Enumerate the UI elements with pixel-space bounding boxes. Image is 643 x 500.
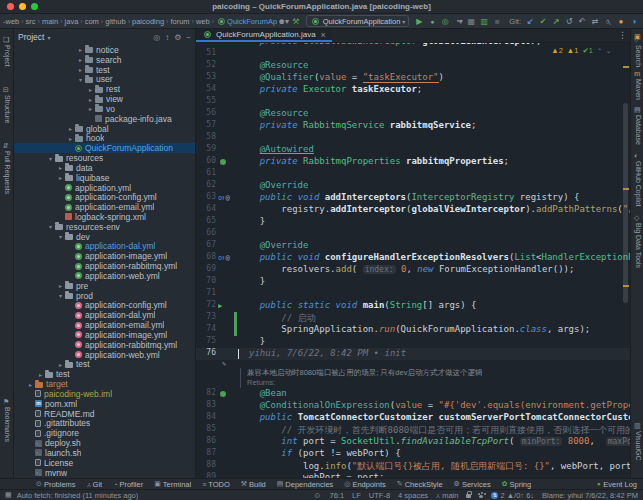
line-number[interactable]: 85: [196, 424, 218, 436]
spring-bean-gutter-icon[interactable]: [220, 159, 226, 165]
tree-item-application-rabbitmq-yml[interactable]: application-rabbitmq.yml: [14, 340, 195, 350]
chevron-collapsed-icon[interactable]: ▸: [86, 86, 95, 93]
annotation-gutter-icon[interactable]: @: [225, 254, 229, 262]
override-gutter-icon[interactable]: o↑: [218, 194, 224, 202]
tree-item-package-info-java[interactable]: package-info.java: [14, 114, 195, 124]
tree-item-application-rabbitmq-yml[interactable]: application-rabbitmq.yml: [14, 261, 195, 271]
code-text[interactable]: @Override: [234, 180, 630, 192]
line-number[interactable]: 52: [196, 60, 218, 72]
tree-item-target[interactable]: ▸target: [14, 379, 195, 389]
code-text[interactable]: log.info("默认端口号{}被占用, 随机启用新端口号: {}", web…: [234, 460, 630, 472]
line-number[interactable]: 89: [196, 472, 218, 478]
code-text[interactable]: if (port != webPort) {: [234, 448, 630, 460]
code-text[interactable]: [234, 288, 630, 300]
chevron-collapsed-icon[interactable]: ▸: [76, 66, 85, 73]
chevron-collapsed-icon[interactable]: ▸: [36, 371, 45, 378]
line-number[interactable]: 56: [196, 108, 218, 120]
line-number[interactable]: 53: [196, 72, 218, 84]
breadcrumb-item-java[interactable]: java: [65, 17, 79, 26]
tree-item-mvnw-cmd[interactable]: mvnw.cmd: [14, 477, 195, 478]
rollback-icon[interactable]: [576, 17, 588, 26]
run-gutter-icon[interactable]: ▶: [218, 302, 222, 310]
breadcrumb-item-main[interactable]: main: [42, 17, 58, 26]
tree-item-gitattributes[interactable]: .gitattributes: [14, 418, 195, 428]
git-update-icon[interactable]: [524, 17, 536, 26]
toolwindow-stripe-pull-requests[interactable]: Pull Requests: [0, 151, 13, 221]
tree-item-resources[interactable]: ▾resources: [14, 153, 195, 163]
stop-icon[interactable]: [491, 17, 503, 26]
editor-scrollbar[interactable]: [622, 43, 630, 478]
indent-setting[interactable]: 4 spaces: [398, 491, 428, 500]
incoming-outgoing-commits[interactable]: 2 ▲/0↑ 6↓: [491, 491, 534, 500]
tree-item-search[interactable]: ▸search: [14, 55, 195, 65]
tree-item-application-dal-yml[interactable]: application-dal.yml: [14, 242, 195, 252]
chevron-collapsed-icon[interactable]: ▸: [56, 361, 65, 368]
line-number[interactable]: 63: [196, 192, 218, 204]
toolwindow-spring[interactable]: Spring: [502, 480, 532, 489]
code-text[interactable]: webPort = port;: [234, 472, 630, 478]
code-text[interactable]: }: [234, 276, 630, 288]
chevron-expanded-icon[interactable]: ▾: [76, 76, 85, 83]
warning-stripe-mark[interactable]: [623, 66, 629, 68]
profiler-dropdown-icon[interactable]: [452, 17, 464, 26]
toolwindow-problems[interactable]: Problems: [36, 480, 76, 489]
code-text[interactable]: [234, 132, 630, 144]
line-number[interactable]: 62: [196, 180, 218, 192]
project-panel-title[interactable]: Project: [18, 32, 44, 42]
tree-item-gitignore[interactable]: .gitignore: [14, 428, 195, 438]
code-text[interactable]: resolvers.add( index: 0, new ForumExcept…: [234, 264, 630, 276]
tree-item-application-config-yml[interactable]: application-config.yml: [14, 301, 195, 311]
line-number[interactable]: 65: [196, 216, 218, 228]
override-gutter-icon[interactable]: o↑: [218, 254, 224, 262]
warning-stripe-mark[interactable]: [623, 285, 629, 287]
line-number[interactable]: 57: [196, 120, 218, 132]
caret-position[interactable]: 76:1: [329, 491, 344, 500]
chevron-expanded-icon[interactable]: ▾: [56, 233, 65, 240]
code-text[interactable]: @ConditionalOnExpression(value = "#{'dev…: [234, 400, 630, 412]
tree-item-pre[interactable]: ▸pre: [14, 281, 195, 291]
tab-options-icon[interactable]: ⋮: [618, 30, 627, 40]
chevron-collapsed-icon[interactable]: ▸: [76, 46, 85, 53]
toolwindow-endpoints[interactable]: Endpoints: [344, 480, 385, 489]
line-number[interactable]: 55: [196, 96, 218, 108]
settings-gear-icon[interactable]: ⚙: [174, 33, 181, 42]
collab-status[interactable]: [313, 491, 321, 500]
line-separator[interactable]: LF: [352, 491, 361, 500]
line-number[interactable]: 71: [196, 288, 218, 300]
tree-item-test[interactable]: ▸test: [14, 369, 195, 379]
code-text[interactable]: // 开发环境时，首先判断8080端口是否可用；若可用则直接使用，否则选择一个可…: [234, 424, 630, 436]
tree-item-global[interactable]: ▸global: [14, 124, 195, 134]
code-text[interactable]: registry.addInterceptor(globalViewInterc…: [234, 204, 630, 216]
chevron-collapsed-icon[interactable]: ▸: [66, 125, 75, 132]
code-text[interactable]: int port = SocketUtil.findAvailableTcpPo…: [234, 436, 630, 448]
tree-item-mvnw[interactable]: mvnw: [14, 468, 195, 478]
chevron-collapsed-icon[interactable]: ▸: [26, 381, 35, 388]
tree-item-liquibase[interactable]: ▸liquibase: [14, 173, 195, 183]
coverage-icon[interactable]: [439, 17, 451, 26]
chevron-collapsed-icon[interactable]: ▸: [86, 105, 95, 112]
line-number[interactable]: 72: [196, 300, 218, 312]
toolwindow-stripe-visualgc[interactable]: VisualGC: [631, 431, 643, 500]
tree-item-data[interactable]: ▸data: [14, 163, 195, 173]
plugin-paw[interactable]: [479, 492, 483, 498]
expand-collapse-icon[interactable]: ↕: [165, 33, 169, 42]
run-configuration-select[interactable]: QuickForumApplication▾: [306, 15, 410, 27]
line-number[interactable]: 68: [196, 252, 218, 264]
tree-item-logback-spring-xml[interactable]: logback-spring.xml: [14, 212, 195, 222]
chevron-collapsed-icon[interactable]: ▸: [86, 96, 95, 103]
line-number[interactable]: 76: [196, 348, 218, 360]
toolwindow-stripe-big-data-tools[interactable]: Big Data Tools: [631, 223, 643, 293]
line-number[interactable]: 54: [196, 84, 218, 96]
code-text[interactable]: @Override: [234, 240, 630, 252]
chevron-expanded-icon[interactable]: ▾: [46, 155, 55, 162]
edit-doc-pencil-icon[interactable]: ✎: [222, 360, 226, 368]
search-everywhere-icon[interactable]: [602, 17, 614, 26]
tree-item-notice[interactable]: ▸notice: [14, 45, 195, 55]
code-text[interactable]: yihui, 7/6/22, 8:42 PM • init: [234, 348, 630, 360]
close-icon[interactable]: ×: [321, 30, 326, 40]
warning-count[interactable]: ▲1: [567, 46, 579, 55]
line-number[interactable]: 51: [196, 48, 218, 60]
user-dropdown-icon[interactable]: [277, 17, 289, 26]
line-number[interactable]: 82: [196, 388, 218, 400]
tree-item-prod[interactable]: ▾prod: [14, 291, 195, 301]
